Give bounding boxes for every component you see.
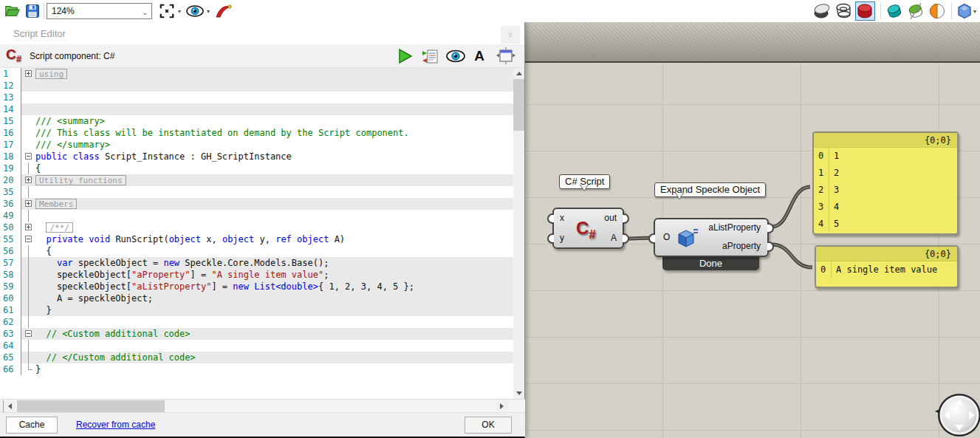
code-editor[interactable]: 1using12131415/// <summary>16/// This cl… <box>0 68 514 399</box>
zoom-extents-icon[interactable] <box>158 2 176 20</box>
scroll-down-icon[interactable] <box>513 388 524 399</box>
fold-gutter <box>21 127 35 139</box>
code-line: 19{ <box>0 162 514 174</box>
grasshopper-canvas[interactable]: C# Script x y out A C# Expand Speckle Ob… <box>525 22 980 438</box>
recover-from-cache-link[interactable]: Recover from cache <box>76 420 155 430</box>
font-icon[interactable]: A <box>470 47 489 65</box>
code-text: Members <box>35 198 514 210</box>
editor-header: C# Script component: C# A <box>0 44 524 68</box>
data-panel-list[interactable]: {0;0} 0112233445 <box>812 131 959 235</box>
code-line: 12 <box>0 80 514 92</box>
collapsed-region-box[interactable]: Members <box>35 199 77 209</box>
fold-expand-icon[interactable] <box>25 177 32 183</box>
dialog-titlebar[interactable]: Script Editor x <box>0 22 524 44</box>
horizontal-scroll-thumb[interactable] <box>17 400 165 412</box>
toolbar-separator <box>44 3 44 19</box>
code-line: 57 var speckleObject = new Speckle.Core.… <box>0 257 514 269</box>
code-text: speckleObject["aProperty"] = "A single i… <box>35 269 514 281</box>
panel-input-pin[interactable] <box>815 264 816 275</box>
collapsed-region-box[interactable]: /**/ <box>46 222 73 233</box>
preview-teal-icon[interactable] <box>885 2 903 20</box>
line-number: 66 <box>0 363 21 375</box>
code-text <box>35 340 514 352</box>
display-style-caret-icon[interactable]: ▾ <box>973 9 979 15</box>
scroll-right-icon[interactable] <box>496 400 507 412</box>
fold-collapse-icon[interactable] <box>25 153 32 160</box>
chevron-down-icon[interactable]: ⌄ <box>142 9 148 16</box>
input-pin-y[interactable] <box>547 233 554 244</box>
code-line: 1using <box>0 68 514 80</box>
cache-button[interactable]: Cache <box>6 417 58 434</box>
preview-eye-icon[interactable] <box>446 47 465 65</box>
component-nickname-balloon: C# Script <box>559 174 610 189</box>
code-text <box>35 210 514 222</box>
fold-gutter <box>21 68 35 80</box>
ok-button[interactable]: OK <box>465 417 512 434</box>
fold-expand-icon[interactable] <box>25 70 32 77</box>
line-number: 58 <box>0 269 21 281</box>
code-line: 55 private void RunScript(object x, obje… <box>0 233 514 245</box>
fold-gutter <box>21 151 35 162</box>
code-text <box>35 186 514 198</box>
line-number: 62 <box>0 316 21 328</box>
collapsed-region-box[interactable]: Utility functions <box>35 175 126 185</box>
panel-row-value: 3 <box>829 182 839 199</box>
line-number: 12 <box>0 80 21 92</box>
speckle-cube-icon <box>677 227 699 250</box>
preview-split-sphere-icon[interactable] <box>928 2 946 20</box>
csharp-script-component[interactable]: x y out A C# <box>552 208 624 249</box>
panel-output-pin[interactable] <box>957 184 959 194</box>
panel-rows: 0A single item value <box>816 261 957 278</box>
grasshopper-window: 124% ⌄ ▾ ▾ <box>0 0 980 438</box>
save-icon[interactable] <box>24 2 41 20</box>
fold-gutter <box>21 186 35 198</box>
line-number: 35 <box>0 186 21 198</box>
pin-label: out <box>604 213 617 223</box>
panel-input-pin[interactable] <box>812 184 814 194</box>
collapsed-region-box[interactable]: using <box>35 69 67 79</box>
panel-row: 23 <box>814 182 957 199</box>
fold-gutter <box>21 304 35 316</box>
line-number: 49 <box>0 210 21 222</box>
csharp-logo-icon: C# <box>576 218 596 242</box>
check-script-icon[interactable] <box>421 47 440 65</box>
zoom-extents-caret-icon[interactable]: ▾ <box>178 9 184 15</box>
preview-eye-icon[interactable] <box>186 2 204 20</box>
wireframe-cylinder-icon[interactable] <box>835 2 852 20</box>
fold-expand-icon[interactable] <box>25 200 32 207</box>
close-icon[interactable]: x <box>501 26 520 44</box>
splitter-handle[interactable] <box>0 400 4 412</box>
vertical-scrollbar[interactable] <box>513 68 524 399</box>
fold-expand-icon[interactable] <box>25 224 32 230</box>
data-panel-single[interactable]: {0;0} 0A single item value <box>815 245 959 288</box>
panel-output-pin[interactable] <box>957 264 959 275</box>
line-number: 56 <box>0 245 21 257</box>
fold-gutter <box>21 162 35 174</box>
vertical-scroll-thumb[interactable] <box>513 79 524 131</box>
input-pin-o[interactable] <box>648 233 655 244</box>
panel-row: 0A single item value <box>816 261 957 278</box>
fold-collapse-icon[interactable] <box>25 236 32 242</box>
expand-speckle-object-component[interactable]: O aListProperty aProperty <box>654 218 769 257</box>
preview-green-icon[interactable] <box>907 2 925 20</box>
canvas-navigation-ball[interactable] <box>933 391 980 438</box>
zoom-level-combobox[interactable]: 124% ⌄ <box>47 3 152 19</box>
line-number: 15 <box>0 115 21 127</box>
window-layout-icon[interactable] <box>496 47 515 65</box>
scroll-left-icon[interactable] <box>4 400 16 412</box>
shaded-flat-cylinder-icon[interactable] <box>813 2 831 20</box>
fold-collapse-icon[interactable] <box>25 330 32 337</box>
sketch-pen-icon[interactable] <box>215 2 233 20</box>
display-style-icon[interactable] <box>956 2 973 20</box>
fold-gutter <box>21 340 35 352</box>
run-script-icon[interactable] <box>396 47 415 65</box>
open-file-icon[interactable] <box>3 2 21 20</box>
panel-row-value: A single item value <box>832 261 937 278</box>
input-pin-x[interactable] <box>547 213 554 224</box>
shaded-red-cylinder-icon[interactable] <box>856 2 874 20</box>
code-line: 14 <box>0 103 514 115</box>
panel-row: 01 <box>814 148 957 165</box>
horizontal-scrollbar[interactable] <box>0 399 525 412</box>
scroll-up-icon[interactable] <box>513 68 524 79</box>
preview-eye-caret-icon[interactable]: ▾ <box>207 9 213 15</box>
